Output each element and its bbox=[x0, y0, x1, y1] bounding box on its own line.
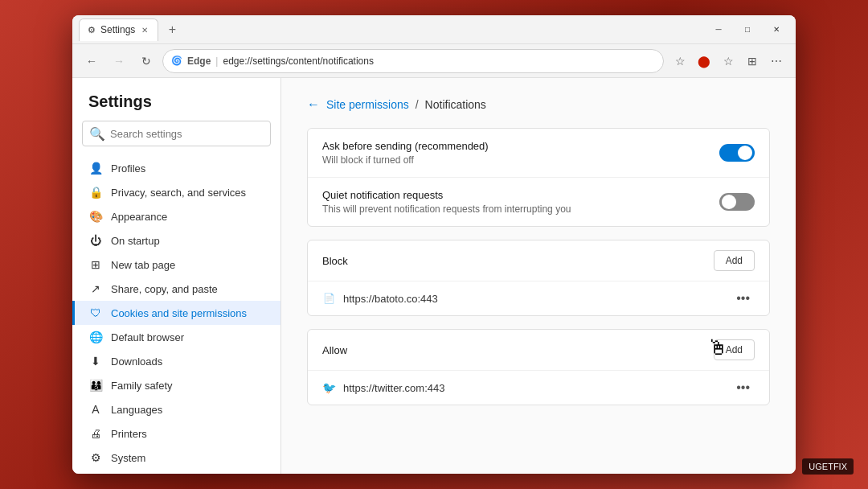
breadcrumb: ← Site permissions / Notifications bbox=[307, 97, 770, 112]
sidebar-item-cookies[interactable]: 🛡 Cookies and site permissions bbox=[72, 301, 280, 325]
quiet-notifications-desc: This will prevent notification requests … bbox=[322, 203, 719, 215]
settings-tab[interactable]: ⚙ Settings ✕ bbox=[79, 18, 158, 41]
block-site-url: https://batoto.co:443 bbox=[343, 293, 723, 305]
tab-close-button[interactable]: ✕ bbox=[140, 24, 149, 36]
watermark: UGETFIX bbox=[802, 458, 854, 475]
more-button[interactable]: ⋯ bbox=[765, 50, 788, 72]
sidebar-item-new-tab[interactable]: ⊞ New tab page bbox=[72, 253, 280, 277]
ask-before-sending-label: Ask before sending (recommended) bbox=[322, 140, 719, 152]
sidebar-label-share: Share, copy, and paste bbox=[111, 283, 218, 295]
family-icon: 👨‍👩‍👦 bbox=[88, 379, 103, 392]
sidebar-label-downloads: Downloads bbox=[111, 355, 162, 368]
ask-before-sending-row: Ask before sending (recommended) Will bl… bbox=[308, 129, 769, 178]
block-section-card: Block Add 📄 https://batoto.co:443 ••• bbox=[307, 240, 770, 316]
sidebar-label-languages: Languages bbox=[111, 404, 162, 416]
edge-label: Edge bbox=[187, 55, 211, 67]
new-tab-button[interactable]: + bbox=[162, 19, 182, 40]
quiet-notifications-row: Quiet notification requests This will pr… bbox=[308, 178, 769, 226]
sidebar-item-system[interactable]: ⚙ System bbox=[72, 446, 280, 470]
browser-window: ⚙ Settings ✕ + ─ □ ✕ ← → ↻ 🌀 Edge | edge… bbox=[72, 15, 796, 474]
downloads-icon: ⬇ bbox=[88, 355, 103, 368]
opera-icon[interactable]: ⬤ bbox=[693, 50, 715, 72]
block-site-more-button[interactable]: ••• bbox=[731, 290, 755, 307]
tab-title: Settings bbox=[100, 24, 135, 35]
sidebar-label-profiles: Profiles bbox=[111, 162, 145, 175]
tab-favicon: ⚙ bbox=[88, 25, 96, 35]
appearance-icon: 🎨 bbox=[88, 210, 103, 223]
block-section-title: Block bbox=[322, 255, 348, 267]
sidebar-label-appearance: Appearance bbox=[111, 211, 167, 223]
maximize-button[interactable]: □ bbox=[735, 22, 760, 38]
ask-before-sending-info: Ask before sending (recommended) Will bl… bbox=[322, 140, 719, 166]
toggle-knob-2 bbox=[722, 195, 736, 209]
address-url: edge://settings/content/notifications bbox=[223, 55, 373, 67]
quiet-notifications-label: Quiet notification requests bbox=[322, 189, 719, 201]
allow-add-button[interactable]: Add bbox=[714, 339, 755, 360]
sidebar-item-on-startup[interactable]: ⏻ On startup bbox=[72, 228, 280, 253]
startup-icon: ⏻ bbox=[88, 234, 103, 247]
block-add-button[interactable]: Add bbox=[714, 250, 755, 271]
favorites-icon[interactable]: ☆ bbox=[669, 50, 691, 72]
content-pane: ← Site permissions / Notifications Ask b… bbox=[281, 78, 796, 474]
sidebar-item-appearance[interactable]: 🎨 Appearance bbox=[72, 204, 280, 228]
system-icon: ⚙ bbox=[88, 451, 103, 464]
sidebar-label-cookies: Cookies and site permissions bbox=[111, 307, 247, 319]
title-bar: ⚙ Settings ✕ + ─ □ ✕ bbox=[72, 15, 796, 44]
cookies-icon: 🛡 bbox=[88, 306, 103, 319]
sidebar-item-family[interactable]: 👨‍👩‍👦 Family safety bbox=[72, 373, 280, 397]
sidebar-label-printers: Printers bbox=[111, 428, 147, 440]
sidebar-label-newtab: New tab page bbox=[111, 259, 175, 271]
sidebar-item-default-browser[interactable]: 🌐 Default browser bbox=[72, 325, 280, 349]
lock-icon: 🌀 bbox=[171, 55, 182, 66]
sidebar-label-startup: On startup bbox=[111, 235, 160, 247]
sidebar-item-languages[interactable]: A Languages bbox=[72, 397, 280, 421]
toggle-knob bbox=[738, 146, 752, 160]
collections-icon[interactable]: ☆ bbox=[717, 50, 739, 72]
allow-site-more-button[interactable]: ••• bbox=[731, 379, 755, 397]
close-button[interactable]: ✕ bbox=[764, 22, 789, 38]
twitter-icon: 🐦 bbox=[322, 381, 335, 394]
breadcrumb-current: Notifications bbox=[425, 98, 486, 111]
allow-site-row: 🐦 https://twitter.com:443 ••• bbox=[308, 371, 769, 405]
back-button[interactable]: ← bbox=[80, 50, 103, 72]
toolbar-actions: ☆ ⬤ ☆ ⊞ ⋯ bbox=[669, 50, 788, 72]
quiet-notifications-toggle[interactable] bbox=[719, 193, 755, 211]
sidebar-item-downloads[interactable]: ⬇ Downloads bbox=[72, 349, 280, 373]
profiles-icon: 👤 bbox=[88, 162, 103, 175]
sidebar: Settings 🔍 👤 Profiles 🔒 Privacy, search,… bbox=[72, 78, 281, 474]
newtab-icon: ⊞ bbox=[88, 258, 103, 271]
allow-section-header: Allow Add bbox=[308, 330, 769, 371]
doc-icon: 📄 bbox=[322, 292, 335, 305]
sidebar-label-default-browser: Default browser bbox=[111, 331, 184, 343]
breadcrumb-link[interactable]: Site permissions bbox=[326, 98, 409, 111]
allow-section-title: Allow bbox=[322, 344, 347, 356]
privacy-icon: 🔒 bbox=[88, 186, 103, 199]
sidebar-item-privacy[interactable]: 🔒 Privacy, search, and services bbox=[72, 180, 280, 204]
allow-site-url: https://twitter.com:443 bbox=[343, 382, 723, 394]
ask-before-sending-desc: Will block if turned off bbox=[322, 154, 719, 166]
sidebar-label-system: System bbox=[111, 452, 145, 464]
default-browser-icon: 🌐 bbox=[88, 331, 103, 343]
ask-before-sending-toggle[interactable] bbox=[719, 144, 755, 162]
breadcrumb-back-button[interactable]: ← bbox=[307, 97, 320, 112]
search-box[interactable]: 🔍 bbox=[82, 121, 271, 146]
address-bar[interactable]: 🌀 Edge | edge://settings/content/notific… bbox=[162, 49, 664, 73]
sidebar-item-reset[interactable]: ↺ Reset settings bbox=[72, 470, 280, 474]
block-section-header: Block Add bbox=[308, 240, 769, 281]
main-content: Settings 🔍 👤 Profiles 🔒 Privacy, search,… bbox=[72, 78, 796, 474]
breadcrumb-separator: / bbox=[416, 98, 419, 111]
languages-icon: A bbox=[88, 403, 103, 416]
settings-title: Settings bbox=[72, 86, 280, 121]
sidebar-label-family: Family safety bbox=[111, 380, 173, 392]
minimize-button[interactable]: ─ bbox=[706, 22, 731, 38]
sidebar-item-profiles[interactable]: 👤 Profiles bbox=[72, 156, 280, 180]
allow-section-card: Allow Add 🐦 https://twitter.com:443 ••• bbox=[307, 329, 770, 405]
extensions-icon[interactable]: ⊞ bbox=[741, 50, 764, 72]
notification-settings-card: Ask before sending (recommended) Will bl… bbox=[307, 128, 770, 227]
search-input[interactable] bbox=[110, 128, 264, 140]
forward-button[interactable]: → bbox=[108, 50, 130, 72]
sidebar-item-share[interactable]: ↗ Share, copy, and paste bbox=[72, 277, 280, 301]
reload-button[interactable]: ↻ bbox=[135, 50, 158, 72]
share-icon: ↗ bbox=[88, 282, 103, 295]
sidebar-item-printers[interactable]: 🖨 Printers bbox=[72, 421, 280, 446]
